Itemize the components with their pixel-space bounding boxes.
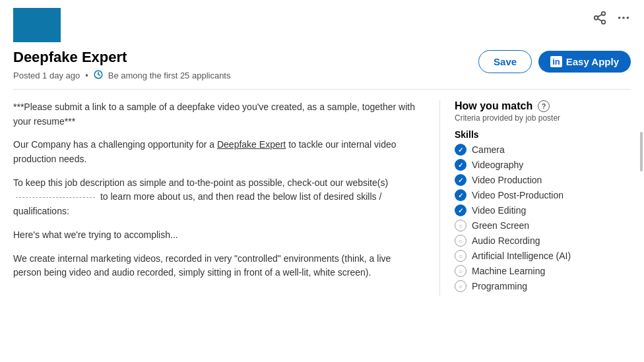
- skill-name: Machine Learning: [472, 266, 545, 276]
- job-description: ***Please submit a link to a sample of a…: [13, 100, 439, 295]
- sidebar-subtitle: Criteria provided by job poster: [455, 113, 631, 123]
- content-area: ***Please submit a link to a sample of a…: [0, 90, 644, 302]
- skill-item: Video Production: [455, 174, 631, 186]
- easy-apply-label: Easy Apply: [566, 56, 619, 67]
- deepfake-expert-link[interactable]: Deepfake Expert: [217, 139, 286, 150]
- skill-item: Camera: [455, 144, 631, 156]
- skill-name: Programming: [472, 281, 527, 291]
- svg-line-4: [598, 15, 602, 17]
- svg-point-6: [622, 16, 625, 19]
- skill-item: Audio Recording: [455, 235, 631, 247]
- desc-para2-before: Our Company has a challenging opportunit…: [13, 139, 217, 150]
- svg-point-5: [618, 16, 621, 19]
- top-actions: [593, 8, 631, 25]
- skill-matched-icon: [455, 174, 467, 186]
- skill-matched-icon: [455, 189, 467, 201]
- skill-name: Videography: [472, 160, 523, 170]
- skill-item: Video Editing: [455, 204, 631, 216]
- skill-matched-icon: [455, 144, 467, 156]
- desc-para1: ***Please submit a link to a sample of a…: [13, 100, 420, 129]
- action-buttons: Save in Easy Apply: [465, 50, 644, 73]
- skill-item: Video Post-Production: [455, 189, 631, 201]
- desc-para3-before: To keep this job description as simple a…: [13, 177, 388, 188]
- skill-unmatched-icon: [455, 250, 467, 262]
- skills-label: Skills: [455, 129, 631, 140]
- svg-point-7: [627, 16, 629, 19]
- skill-name: Camera: [472, 144, 505, 155]
- desc-para5: We create internal marketing videos, rec…: [13, 252, 420, 280]
- skill-unmatched-icon: [455, 235, 467, 247]
- desc-para4: Here's what we're trying to accomplish..…: [13, 228, 420, 243]
- applicants-text: Be among the first 25 applicants: [108, 71, 231, 80]
- skill-item: Green Screen: [455, 220, 631, 231]
- top-bar: [0, 0, 644, 42]
- company-logo: [13, 8, 61, 42]
- sidebar-title-row: How you match ?: [455, 100, 631, 112]
- skill-name: Video Editing: [472, 205, 526, 216]
- skill-item: Artificial Intelligence (AI): [455, 250, 631, 262]
- dot-separator: •: [85, 71, 88, 80]
- posted-date: Posted 1 day ago: [13, 71, 80, 80]
- desc-para3: To keep this job description as simple a…: [13, 176, 420, 219]
- skill-name: Video Production: [472, 175, 542, 185]
- share-button[interactable]: [593, 11, 607, 25]
- clock-icon: [94, 70, 103, 81]
- more-options-button[interactable]: [616, 11, 631, 25]
- save-button[interactable]: Save: [478, 50, 532, 73]
- skill-unmatched-icon: [455, 265, 467, 277]
- skill-name: Video Post-Production: [472, 190, 564, 200]
- skill-unmatched-icon: [455, 220, 467, 231]
- skills-list: CameraVideographyVideo ProductionVideo P…: [455, 144, 631, 292]
- desc-para3-after: to learn more about us, and then read th…: [13, 191, 381, 216]
- skill-name: Green Screen: [472, 220, 529, 231]
- sidebar-title-text: How you match: [455, 100, 532, 112]
- skill-item: Programming: [455, 280, 631, 292]
- how-you-match-sidebar: How you match ? Criteria provided by job…: [439, 100, 631, 295]
- job-card: Deepfake Expert Posted 1 day ago • Be am…: [0, 0, 644, 362]
- skill-name: Audio Recording: [472, 235, 540, 246]
- desc-para2: Our Company has a challenging opportunit…: [13, 138, 420, 166]
- skill-matched-icon: [455, 159, 467, 171]
- linkedin-in-icon: in: [550, 56, 562, 67]
- svg-line-3: [598, 18, 602, 21]
- skill-unmatched-icon: [455, 280, 467, 292]
- skill-name: Artificial Intelligence (AI): [472, 251, 571, 261]
- website-placeholder: [16, 197, 95, 198]
- skill-matched-icon: [455, 204, 467, 216]
- help-icon[interactable]: ?: [538, 100, 550, 112]
- scrollbar[interactable]: [640, 132, 643, 171]
- easy-apply-button[interactable]: in Easy Apply: [538, 51, 631, 73]
- skill-item: Machine Learning: [455, 265, 631, 277]
- skill-item: Videography: [455, 159, 631, 171]
